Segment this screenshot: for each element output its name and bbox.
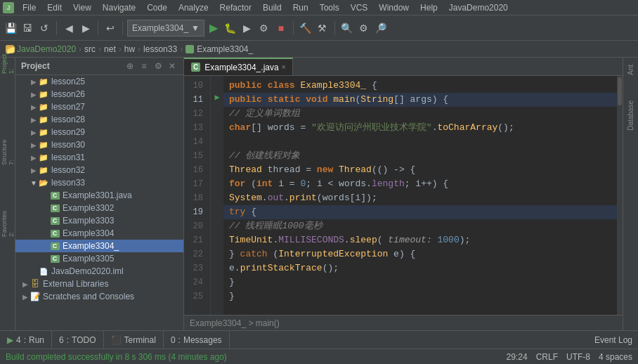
menu-edit[interactable]: Edit — [41, 1, 67, 14]
tree-item-example3302[interactable]: C Example3302 — [15, 202, 183, 214]
menu-build[interactable]: Build — [257, 1, 287, 14]
terminal-label: Terminal — [124, 335, 156, 345]
tree-item-lesson33[interactable]: ▼ 📂 lesson33 — [15, 176, 183, 189]
code-line-13: char[] words = "欢迎访问泸州职业技术学院".toCharArra… — [223, 121, 617, 135]
todo-tab[interactable]: 6: TODO — [52, 331, 103, 349]
folder-icon-lesson29: 📁 — [38, 128, 49, 136]
stop-button[interactable]: ■ — [273, 20, 289, 36]
tree-item-example3304-selected[interactable]: C Example3304_ — [15, 240, 183, 252]
tree-item-lesson31[interactable]: ▶ 📁 lesson31 — [15, 151, 183, 164]
linenum-25: 25 — [184, 290, 206, 304]
tree-item-lesson32[interactable]: ▶ 📁 lesson32 — [15, 164, 183, 176]
panel-collapse-icon[interactable]: ≡ — [138, 60, 150, 72]
bc-src[interactable]: src — [84, 44, 96, 54]
gutter-17 — [211, 174, 223, 188]
scroll-thumb[interactable] — [618, 77, 622, 105]
panel-add-icon[interactable]: ⊕ — [124, 60, 136, 72]
save-all-button[interactable]: 🖫 — [20, 20, 35, 36]
lesson32-label: lesson32 — [51, 165, 85, 175]
coverage-button[interactable]: ▶ — [240, 20, 255, 36]
menu-code[interactable]: Code — [141, 1, 173, 14]
menu-analyze[interactable]: Analyze — [173, 1, 214, 14]
menu-project: JavaDemo2020 — [443, 1, 514, 14]
bc-hw[interactable]: hw — [124, 44, 135, 54]
run-tab[interactable]: ▶ 4: Run — [0, 331, 52, 349]
tree-item-example3305[interactable]: C Example3305 — [15, 252, 183, 265]
bc-lesson33[interactable]: lesson33 — [143, 44, 177, 54]
debug-button[interactable]: 🐛 — [223, 20, 238, 36]
tree-item-example3301[interactable]: C Example3301.java — [15, 189, 183, 202]
run-arrow-icon: ▶ — [214, 92, 219, 103]
search-everywhere-button[interactable]: 🔍 — [339, 20, 355, 36]
folder-icon-lesson25: 📁 — [38, 77, 49, 86]
code-line-22: } catch (InterruptedException e) { — [223, 247, 617, 261]
back-button[interactable]: ◀ — [61, 20, 77, 36]
terminal-tab[interactable]: ⬛ Terminal — [104, 331, 164, 349]
favorites-sidebar-icon[interactable]: 2: Favorites — [1, 218, 14, 230]
messages-tab[interactable]: 0: Messages — [164, 331, 230, 349]
settings-button[interactable]: ⚙ — [356, 20, 372, 36]
panel-settings-icon[interactable]: ⚙ — [152, 60, 164, 72]
run-button[interactable]: ▶ — [206, 20, 221, 36]
tab-close-icon[interactable]: × — [282, 63, 286, 71]
cursor-position[interactable]: 29:24 — [507, 352, 528, 362]
menu-view[interactable]: View — [67, 1, 97, 14]
tree-item-example3303[interactable]: C Example3303 — [15, 214, 183, 227]
tree-item-lesson29[interactable]: ▶ 📁 lesson29 — [15, 126, 183, 138]
menu-tools[interactable]: Tools — [314, 1, 345, 14]
structure-sidebar-icon[interactable]: 7: Structure — [1, 146, 14, 159]
bc-net[interactable]: net — [104, 44, 116, 54]
tree-item-example3304[interactable]: C Example3304 — [15, 227, 183, 240]
line-ending[interactable]: CRLF — [536, 352, 558, 362]
tree-item-lesson28[interactable]: ▶ 📁 lesson28 — [15, 113, 183, 126]
code-line-11: public static void main(String[] args) { — [223, 93, 617, 107]
undo-button[interactable]: ↩ — [103, 20, 118, 36]
lesson26-label: lesson26 — [51, 89, 85, 99]
menu-vcs[interactable]: VCS — [345, 1, 374, 14]
sync-button[interactable]: ↺ — [37, 20, 52, 36]
run-config-btn2[interactable]: ⚙ — [256, 20, 272, 36]
run-config-dropdown[interactable]: Example3304_ ▼ — [127, 20, 204, 37]
indent-info[interactable]: 4 spaces — [599, 352, 632, 362]
forward-button[interactable]: ▶ — [78, 20, 93, 36]
bc-file[interactable]: Example3304_ — [197, 44, 253, 54]
breadcrumb: 📁 JavaDemo2020 › src › net › hw › lesson… — [0, 41, 638, 58]
make-button[interactable]: ⚒ — [315, 20, 330, 36]
menu-navigate[interactable]: Navigate — [97, 1, 141, 14]
tree-item-scratches[interactable]: ▶ 📝 Scratches and Consoles — [15, 290, 183, 303]
editor-area: C Example3304_.java × 10 11 12 13 14 15 … — [184, 58, 623, 330]
code-editor: 10 11 12 13 14 15 16 17 18 19 20 21 22 2… — [184, 76, 623, 315]
tree-item-lesson25[interactable]: ▶ 📁 lesson25 — [15, 75, 183, 88]
project-sidebar-icon[interactable]: 1: Project — [1, 60, 14, 73]
linenum-17: 17 — [184, 177, 206, 191]
bc-project[interactable]: JavaDemo2020 — [17, 44, 76, 54]
menu-file[interactable]: File — [17, 1, 41, 14]
menu-refactor[interactable]: Refactor — [214, 1, 257, 14]
tree-item-lesson27[interactable]: ▶ 📁 lesson27 — [15, 100, 183, 113]
bc-sep1: › — [79, 44, 82, 54]
save-button[interactable]: 💾 — [3, 20, 18, 36]
messages-tab-num: 0 — [171, 335, 176, 345]
code-content[interactable]: public class Example3304_ { public stati… — [223, 76, 617, 315]
tree-item-iml[interactable]: 📄 JavaDemo2020.iml — [15, 265, 183, 278]
line-numbers: 10 11 12 13 14 15 16 17 18 19 20 21 22 2… — [184, 76, 211, 315]
menu-help[interactable]: Help — [415, 1, 443, 14]
ant-tab[interactable]: Ant — [625, 59, 637, 81]
iml-icon: 📄 — [38, 267, 49, 275]
example3302-label: Example3302 — [63, 203, 114, 213]
run-tab-label: 4 — [16, 335, 21, 345]
event-log-link[interactable]: Event Log — [594, 335, 632, 345]
linenum-14: 14 — [184, 135, 206, 149]
find-button[interactable]: 🔎 — [373, 20, 389, 36]
editor-tab-example3304[interactable]: C Example3304_.java × — [184, 58, 293, 75]
linenum-15: 15 — [184, 149, 206, 163]
menu-window[interactable]: Window — [373, 1, 415, 14]
database-tab[interactable]: Database — [625, 95, 637, 136]
tree-item-lesson30[interactable]: ▶ 📁 lesson30 — [15, 138, 183, 151]
menu-run[interactable]: Run — [287, 1, 314, 14]
build-button[interactable]: 🔨 — [298, 20, 313, 36]
panel-close-icon[interactable]: ✕ — [167, 60, 178, 72]
tree-item-lesson26[interactable]: ▶ 📁 lesson26 — [15, 88, 183, 100]
tree-item-ext-libs[interactable]: ▶ 🗄 External Libraries — [15, 278, 183, 290]
encoding[interactable]: UTF-8 — [566, 352, 590, 362]
